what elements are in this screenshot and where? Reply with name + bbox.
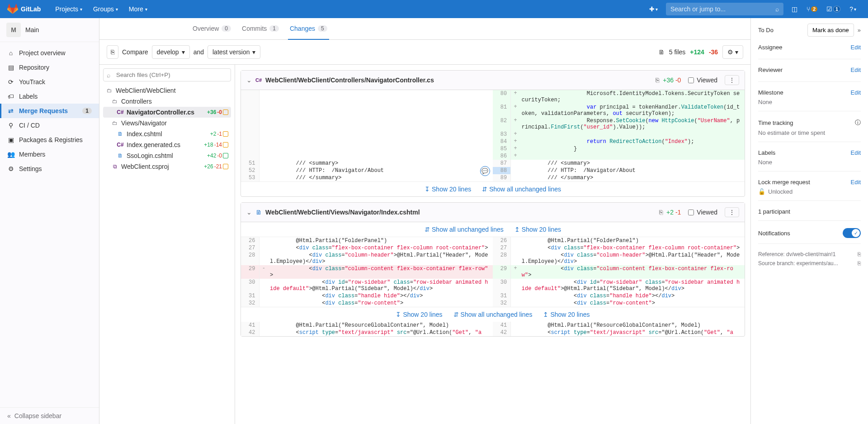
show-all-unchanged-link[interactable]: ⇵ Show all unchanged lines [453, 311, 533, 318]
file-menu-button[interactable]: ⋮ [725, 75, 739, 85]
search-placeholder: Search or jump to... [670, 5, 726, 13]
edit-assignee-link[interactable]: Edit [851, 44, 861, 51]
tab-commits[interactable]: Commits1 [240, 18, 281, 40]
collapse-sidebar[interactable]: «Collapse sidebar [0, 407, 99, 424]
tree-folder-views[interactable]: 🗀Views/Navigator [103, 118, 231, 129]
show-20-lines-link[interactable]: ↥ Show 20 lines [514, 226, 561, 233]
nav-groups[interactable]: Groups▾ [88, 5, 123, 13]
sidebar-item-labels[interactable]: 🏷Labels [0, 89, 99, 104]
tree-folder-controllers[interactable]: 🗀Controllers [103, 96, 231, 107]
mark-as-done-button[interactable]: Mark as done [807, 24, 854, 37]
help-icon[interactable]: ?▾ [845, 5, 861, 13]
global-search[interactable]: Search or jump to... ⌕ [666, 3, 783, 15]
tree-file-csproj[interactable]: ⧉WebClient.csproj+26 -21 [103, 161, 231, 172]
tree-file-navigator-controller[interactable]: C#NavigatorController.cs+36 -0 [103, 107, 231, 118]
repo-icon: ▤ [7, 64, 14, 71]
file-icon: 🗎 [658, 48, 665, 56]
csharp-icon: C# [117, 109, 124, 115]
top-navbar: GitLab Projects▾ Groups▾ More▾ ✚▾ Search… [0, 0, 868, 18]
todos-icon[interactable]: ☑1 [822, 5, 845, 13]
project-sidebar: M Main ⌂Project overview ▤Repository ⟳Yo… [0, 18, 99, 424]
notifications-label: Notifications [758, 230, 790, 237]
edit-milestone-link[interactable]: Edit [851, 89, 861, 96]
help-icon[interactable]: ⓘ [855, 119, 861, 127]
tab-overview[interactable]: Overview0 [191, 18, 233, 40]
collapse-file-icon[interactable]: ⌄ [246, 209, 252, 216]
csharp-icon: C# [255, 77, 262, 83]
copy-path-icon[interactable]: ⎘ [656, 76, 659, 84]
time-tracking-value: No estimate or time spent [758, 129, 861, 136]
chevron-down-icon: ▾ [182, 48, 185, 56]
tree-file-index-generated[interactable]: C#Index.generated.cs+18 -14 [103, 139, 231, 150]
nav-projects[interactable]: Projects▾ [50, 5, 88, 13]
milestone-label: Milestone [758, 89, 783, 96]
expand-sidebar-icon[interactable]: » [858, 27, 861, 33]
diff-table-2b: 41 @Html.Partial("ResourceGlobalContaine… [241, 322, 745, 336]
edit-labels-link[interactable]: Edit [851, 149, 861, 156]
sidebar-item-youtrack[interactable]: ⟳YouTrack [0, 75, 99, 89]
reviewer-label: Reviewer [758, 67, 783, 73]
copy-reference-icon[interactable]: ⎘ [858, 251, 861, 257]
tree-file-index-cshtml[interactable]: 🗎Index.cshtml+2 -1 [103, 129, 231, 139]
tree-toggle-icon[interactable]: ⎘ [107, 45, 118, 59]
sidebar-item-members[interactable]: 👥Members [0, 147, 99, 162]
copy-branch-icon[interactable]: ⎘ [858, 260, 861, 267]
sidebar-item-merge-requests[interactable]: ⇄Merge Requests1 [0, 104, 99, 118]
compare-label: Compare [122, 48, 148, 56]
edit-reviewer-link[interactable]: Edit [851, 67, 861, 73]
chevron-down-icon: ▾ [252, 48, 255, 56]
file-icon: 🗎 [255, 209, 262, 216]
target-version-dropdown[interactable]: latest version▾ [208, 45, 260, 59]
file-path: WebClient/WebClient/Views/Navigator/Inde… [265, 209, 656, 216]
plus-button[interactable]: ✚▾ [645, 5, 662, 13]
diff-table-1: 80+ Microsoft.IdentityModel.Tokens.Secur… [241, 90, 745, 181]
folder-icon: 🗀 [111, 98, 118, 105]
search-files-input[interactable] [103, 68, 231, 81]
viewed-checkbox[interactable]: Viewed [688, 209, 717, 216]
folder-icon: 🗀 [106, 87, 113, 94]
project-avatar: M [6, 23, 21, 37]
tree-file-sso-login[interactable]: 🗎SsoLogin.cshtml+42 -0 [103, 150, 231, 161]
lock-value: Unlocked [768, 188, 793, 195]
notifications-toggle[interactable] [843, 228, 861, 238]
file-menu-button[interactable]: ⋮ [725, 207, 739, 217]
and-label: and [193, 48, 204, 56]
copy-path-icon[interactable]: ⎘ [659, 209, 663, 216]
show-20-lines-up-link[interactable]: ↥ Show 20 lines [543, 311, 590, 318]
diff-file-2: ⌄ 🗎 WebClient/WebClient/Views/Navigator/… [241, 202, 745, 337]
search-icon: ⌕ [775, 5, 779, 13]
gitlab-logo[interactable]: GitLab [7, 4, 41, 14]
comment-icon[interactable]: 💬 [480, 166, 490, 176]
milestone-value: None [758, 99, 861, 105]
vs-icon: ⧉ [111, 163, 118, 170]
chevron-down-icon: ▾ [116, 7, 118, 12]
source-branch-dropdown[interactable]: develop▾ [152, 45, 190, 59]
nav-more[interactable]: More▾ [123, 5, 153, 13]
issues-icon[interactable]: ◫ [787, 5, 802, 13]
assignee-label: Assignee [758, 44, 782, 51]
labels-label: Labels [758, 149, 775, 156]
file-icon: 🗎 [117, 152, 124, 159]
lock-label: Lock merge request [758, 179, 810, 186]
merge-requests-icon[interactable]: ⑂2 [802, 5, 822, 13]
show-20-lines-link[interactable]: ↧ Show 20 lines [425, 186, 471, 193]
show-20-lines-link[interactable]: ↧ Show 20 lines [396, 311, 442, 318]
merge-icon: ⇄ [7, 107, 14, 114]
sidebar-item-overview[interactable]: ⌂Project overview [0, 46, 99, 60]
diff-settings-button[interactable]: ⚙ ▾ [722, 45, 743, 59]
edit-lock-link[interactable]: Edit [851, 179, 861, 186]
sidebar-item-repository[interactable]: ▤Repository [0, 60, 99, 75]
show-all-unchanged-link[interactable]: ⇵ Show all unchanged lines [425, 226, 504, 233]
labels-value: None [758, 159, 861, 166]
sidebar-item-settings[interactable]: ⚙Settings [0, 162, 99, 176]
sidebar-item-packages[interactable]: ▣Packages & Registries [0, 133, 99, 147]
show-all-unchanged-link[interactable]: ⇵ Show all unchanged lines [482, 186, 561, 193]
tab-changes[interactable]: Changes5 [288, 18, 329, 40]
diff-file-1: ⌄ C# WebClient/WebClient/Controllers/Nav… [241, 70, 745, 197]
participants-label: 1 participant [758, 208, 861, 215]
sidebar-item-cicd[interactable]: ⚲CI / CD [0, 118, 99, 133]
project-header[interactable]: M Main [0, 18, 99, 42]
viewed-checkbox[interactable]: Viewed [688, 76, 717, 84]
collapse-file-icon[interactable]: ⌄ [246, 76, 252, 84]
tree-folder-root[interactable]: 🗀WebClient/WebClient [103, 85, 231, 96]
